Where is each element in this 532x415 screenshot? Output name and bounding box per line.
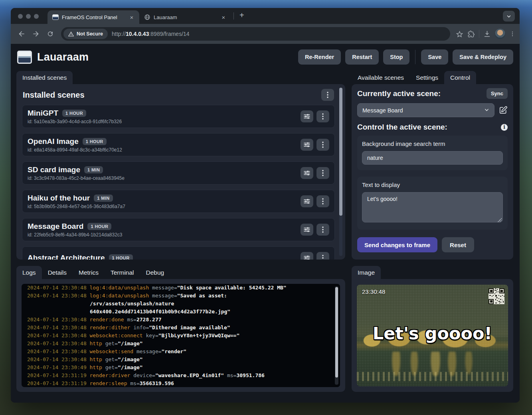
- image-panel: 23:30:48: [352, 279, 513, 392]
- header-divider: [415, 50, 415, 64]
- scene-menu-button[interactable]: [316, 110, 329, 122]
- tab-details[interactable]: Details: [42, 266, 73, 279]
- tab-search-button[interactable]: [503, 11, 515, 22]
- tab-metrics[interactable]: Metrics: [73, 266, 105, 279]
- extensions-icon[interactable]: [467, 30, 475, 38]
- log-content: 2024-07-14 23:30:48 log:4:data/unsplash …: [27, 284, 330, 387]
- log-terminal[interactable]: 2024-07-14 23:30:48 log:4:data/unsplash …: [22, 284, 340, 387]
- close-window-button[interactable]: [18, 14, 23, 19]
- restart-button[interactable]: Restart: [345, 49, 379, 65]
- scene-interval-badge: 1 MIN: [94, 195, 113, 202]
- scene-settings-button[interactable]: [301, 139, 313, 151]
- tab-close-icon[interactable]: ×: [220, 14, 227, 21]
- scene-settings-button[interactable]: [301, 195, 313, 207]
- reload-button[interactable]: [44, 27, 57, 41]
- kebab-icon: [322, 142, 324, 148]
- sliders-icon: [304, 226, 310, 233]
- scene-title: OpenAI Image: [28, 137, 79, 146]
- scene-menu-button[interactable]: [316, 195, 329, 207]
- kebab-icon: [322, 113, 324, 120]
- control-panel: Currently active scene: Sync Message Boa…: [352, 84, 513, 260]
- logs-panel: 2024-07-14 23:30:48 log:4:data/unsplash …: [16, 279, 345, 392]
- warning-icon: [68, 31, 74, 37]
- installed-scenes-panel: Installed scenes MiniGPT1 HOUR id: 5a10e…: [16, 84, 345, 260]
- sliders-icon: [304, 255, 310, 260]
- scene-title: SD card image: [28, 165, 80, 174]
- tab-settings[interactable]: Settings: [410, 71, 444, 84]
- field-label: Text to display: [362, 181, 503, 188]
- scene-select-value: Message Board: [362, 107, 403, 114]
- stop-button[interactable]: Stop: [383, 49, 409, 65]
- scenes-scrollbar[interactable]: [339, 88, 342, 256]
- bookmark-star-icon[interactable]: [456, 30, 463, 38]
- send-changes-button[interactable]: Send changes to frame: [357, 237, 437, 252]
- scene-card: Message Board1 HOUR id: 22feb5c9-8ef6-4a…: [22, 218, 335, 241]
- tab-available-scenes[interactable]: Available scenes: [352, 71, 410, 84]
- edit-scene-icon[interactable]: [498, 106, 508, 115]
- scene-card: Haiku of the hour1 MIN id: 5b3b9b05-2848…: [22, 190, 335, 213]
- text-to-display-textarea[interactable]: Let's goooo!: [362, 192, 503, 222]
- minimize-window-button[interactable]: [26, 14, 31, 19]
- scene-title: MiniGPT: [28, 109, 58, 118]
- browser-toolbar: Not Secure http://10.4.0.43:8989/frames/…: [11, 24, 520, 44]
- scene-settings-button[interactable]: [301, 252, 313, 260]
- reset-button[interactable]: Reset: [442, 237, 474, 252]
- kebab-icon: [327, 92, 328, 98]
- download-icon[interactable]: [483, 30, 491, 38]
- reload-icon: [47, 30, 54, 37]
- tab-debug[interactable]: Debug: [140, 266, 170, 279]
- scene-id: id: 22feb5c9-8ef6-4a34-89b4-1b214da832c3: [28, 232, 297, 238]
- field-group: Text to display Let's goooo!: [357, 177, 508, 230]
- tab-logs[interactable]: Logs: [16, 266, 42, 279]
- scene-settings-button[interactable]: [301, 167, 313, 179]
- re-render-button[interactable]: Re-Render: [298, 49, 341, 65]
- tab-divider: [233, 12, 234, 20]
- background-search-input[interactable]: [362, 151, 503, 165]
- chevron-down-icon: [506, 14, 511, 19]
- tab-close-icon[interactable]: ×: [128, 14, 135, 21]
- browser-tab-frameos[interactable]: FrameOS Control Panel ×: [47, 10, 139, 24]
- tab-title: FrameOS Control Panel: [62, 14, 125, 20]
- sliders-icon: [304, 198, 310, 205]
- log-scrollbar[interactable]: [335, 286, 338, 385]
- log-scrollbar-thumb[interactable]: [335, 287, 338, 378]
- scene-menu-button[interactable]: [316, 167, 329, 179]
- scenes-menu-button[interactable]: [321, 89, 334, 101]
- scenes-scrollbar-thumb[interactable]: [339, 88, 342, 216]
- scene-settings-button[interactable]: [301, 224, 313, 236]
- forward-button[interactable]: [29, 27, 43, 41]
- not-secure-chip[interactable]: Not Secure: [63, 29, 108, 39]
- new-tab-button[interactable]: +: [236, 11, 247, 22]
- save-button[interactable]: Save: [421, 49, 448, 65]
- url-bar[interactable]: Not Secure http://10.4.0.43:8989/frames/…: [61, 27, 450, 41]
- scene-card: OpenAI Image1 HOUR id: e8a1458a-8994-49a…: [22, 133, 335, 156]
- scene-interval-badge: 1 HOUR: [62, 110, 86, 117]
- tab-installed-scenes[interactable]: Installed scenes: [16, 71, 73, 84]
- sync-button[interactable]: Sync: [487, 88, 508, 99]
- image-timestamp: 23:30:48: [362, 288, 385, 295]
- browser-menu-icon[interactable]: [509, 31, 516, 37]
- save-redeploy-button[interactable]: Save & Redeploy: [453, 49, 513, 65]
- tab-terminal[interactable]: Terminal: [105, 266, 140, 279]
- info-icon[interactable]: i: [501, 124, 508, 131]
- scene-id: id: e8a1458a-8994-49af-8c3c-a34bf6c70e12: [28, 147, 297, 153]
- scene-interval-badge: 1 HOUR: [83, 138, 107, 145]
- back-button[interactable]: [15, 27, 28, 41]
- scene-select[interactable]: Message Board: [357, 103, 494, 117]
- scene-settings-button[interactable]: [301, 110, 313, 122]
- scene-menu-button[interactable]: [316, 224, 329, 236]
- scene-title: Haiku of the hour: [28, 194, 90, 203]
- browser-window: FrameOS Control Panel × Lauaraam × + Not…: [11, 8, 520, 403]
- tab-control[interactable]: Control: [444, 71, 476, 84]
- scene-title: Message Board: [28, 222, 83, 231]
- scene-interval-badge: 1 MIN: [84, 166, 103, 173]
- scene-id: id: 3c3c9478-083a-45c2-b4ae-ceaa8463945e: [28, 175, 297, 181]
- browser-tab-lauaraam[interactable]: Lauaraam ×: [139, 10, 231, 24]
- scene-menu-button[interactable]: [316, 252, 329, 260]
- profile-avatar[interactable]: [495, 29, 505, 39]
- tab-image[interactable]: Image: [352, 266, 381, 279]
- globe-icon: [144, 14, 150, 20]
- field-group: Background image search term: [357, 136, 508, 170]
- scene-menu-button[interactable]: [316, 139, 329, 151]
- maximize-window-button[interactable]: [34, 14, 39, 19]
